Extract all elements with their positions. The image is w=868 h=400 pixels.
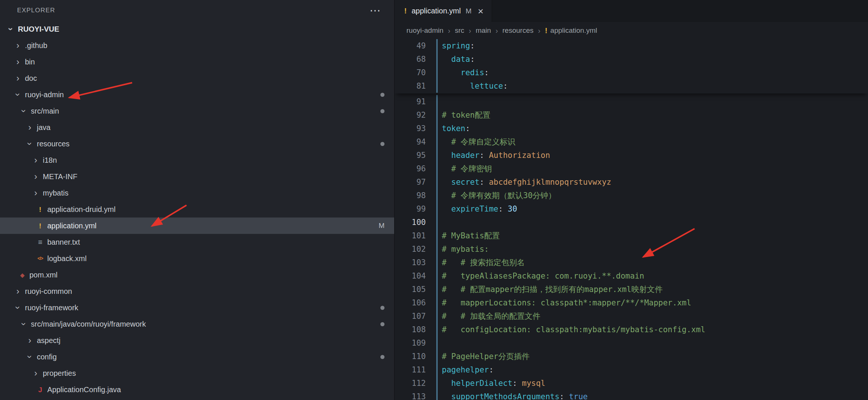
code-line-96[interactable]: 96 # 令牌密钥 — [395, 162, 868, 175]
line-number[interactable]: 109 — [395, 336, 426, 350]
breadcrumb-item-ruoyi-admin[interactable]: ruoyi-admin — [406, 26, 443, 35]
code-line-111[interactable]: 111pagehelper: — [395, 363, 868, 377]
code-line-100[interactable]: 100 — [395, 216, 868, 229]
code-line-109[interactable]: 109 — [395, 336, 868, 350]
line-number[interactable]: 93 — [395, 122, 426, 135]
tree-item-doc[interactable]: ›doc — [0, 70, 394, 86]
line-number[interactable]: 96 — [395, 162, 426, 175]
tree-item-mybatis[interactable]: ›mybatis — [0, 185, 394, 201]
line-number[interactable]: 104 — [395, 269, 426, 283]
sticky-line-81[interactable]: 81 lettuce: — [395, 79, 868, 93]
more-actions-icon[interactable]: ⋯ — [370, 5, 382, 16]
line-number[interactable]: 108 — [395, 323, 426, 336]
close-icon[interactable]: × — [478, 6, 484, 16]
code-text: # 令牌密钥 — [442, 162, 492, 175]
line-number[interactable]: 113 — [395, 390, 426, 400]
tree-item-label: doc — [25, 74, 37, 83]
code-line-102[interactable]: 102# mybatis: — [395, 242, 868, 256]
code-line-92[interactable]: 92# token配置 — [395, 108, 868, 122]
tree-item-ApplicationConfig.java[interactable]: JApplicationConfig.java — [0, 381, 394, 398]
line-number[interactable]: 99 — [395, 202, 426, 216]
tree-item-src/main[interactable]: ›src/main — [0, 103, 394, 119]
code-line-107[interactable]: 107# # 加载全局的配置文件 — [395, 309, 868, 323]
line-number[interactable]: 92 — [395, 108, 426, 122]
line-number[interactable]: 107 — [395, 309, 426, 323]
line-number[interactable]: 68 — [395, 53, 426, 66]
code-line-108[interactable]: 108# configLocation: classpath:mybatis/m… — [395, 323, 868, 336]
line-number[interactable]: 94 — [395, 135, 426, 149]
line-number[interactable]: 111 — [395, 363, 426, 377]
code-line-97[interactable]: 97 secret: abcdefghijklmnopqrstuvwxyz — [395, 175, 868, 189]
tab-application-yml[interactable]: ! application.yml M × — [395, 0, 492, 22]
breadcrumb-item-resources[interactable]: resources — [502, 26, 533, 35]
tree-item-config[interactable]: ›config — [0, 349, 394, 365]
code-line-94[interactable]: 94 # 令牌自定义标识 — [395, 135, 868, 149]
git-modified-gutter — [436, 336, 438, 350]
tree-item-label: mybatis — [43, 189, 68, 197]
code-line-113[interactable]: 113 supportMethodsArguments: true — [395, 390, 868, 400]
tree-item-properties[interactable]: ›properties — [0, 365, 394, 381]
sticky-scroll: 49spring:68 data:70 redis:81 lettuce: — [395, 39, 868, 93]
code-line-112[interactable]: 112 helperDialect: mysql — [395, 377, 868, 390]
tree-item-pom.xml[interactable]: ◆pom.xml — [0, 267, 394, 283]
line-number[interactable]: 101 — [395, 229, 426, 242]
code-text: # PageHelper分页插件 — [442, 350, 530, 363]
line-number[interactable]: 97 — [395, 175, 426, 189]
tree-item-banner.txt[interactable]: ≡banner.txt — [0, 234, 394, 250]
chevron-down-icon: › — [25, 138, 34, 149]
tree-item-application.yml[interactable]: !application.ymlM — [0, 218, 394, 234]
code-text: # MyBatis配置 — [442, 229, 500, 242]
code-text: # mybatis: — [442, 242, 489, 256]
line-number[interactable]: 100 — [395, 216, 426, 229]
line-number[interactable]: 110 — [395, 350, 426, 363]
code-text: token: — [442, 122, 470, 135]
line-number[interactable]: 70 — [395, 66, 426, 79]
code-line-93[interactable]: 93token: — [395, 122, 868, 135]
code-line-95[interactable]: 95 header: Authorization — [395, 149, 868, 162]
tree-item-aspectj[interactable]: ›aspectj — [0, 332, 394, 349]
breadcrumb-item-application.yml[interactable]: !application.yml — [545, 26, 597, 35]
tree-item-ruoyi-admin[interactable]: ›ruoyi-admin — [0, 86, 394, 103]
tree-item-java[interactable]: ›java — [0, 119, 394, 136]
code-line-99[interactable]: 99 expireTime: 30 — [395, 202, 868, 216]
code-line-106[interactable]: 106# mapperLocations: classpath*:mapper/… — [395, 296, 868, 309]
tree-item-bin[interactable]: ›bin — [0, 54, 394, 70]
java-file-icon: J — [35, 386, 46, 393]
line-number[interactable]: 95 — [395, 149, 426, 162]
chevron-down-icon: › — [19, 105, 28, 117]
tree-item-label: banner.txt — [47, 238, 80, 247]
code-line-105[interactable]: 105# # 配置mapper的扫描，找到所有的mapper.xml映射文件 — [395, 283, 868, 296]
breadcrumb-item-src[interactable]: src — [455, 26, 464, 35]
tree-item-resources[interactable]: ›resources — [0, 136, 394, 152]
breadcrumb-item-main[interactable]: main — [476, 26, 491, 35]
tree-item-ruoyi-framework[interactable]: ›ruoyi-framework — [0, 299, 394, 316]
tree-item-logback.xml[interactable]: </>logback.xml — [0, 250, 394, 267]
line-number[interactable]: 105 — [395, 283, 426, 296]
line-number[interactable]: 102 — [395, 242, 426, 256]
tree-item-application-druid.yml[interactable]: !application-druid.yml — [0, 201, 394, 218]
line-number[interactable]: 103 — [395, 256, 426, 269]
sticky-line-49[interactable]: 49spring: — [395, 39, 868, 53]
code-line-104[interactable]: 104# typeAliasesPackage: com.ruoyi.**.do… — [395, 269, 868, 283]
tree-item-.github[interactable]: ›.github — [0, 37, 394, 54]
code-line-101[interactable]: 101# MyBatis配置 — [395, 229, 868, 242]
code-line-103[interactable]: 103# # 搜索指定包别名 — [395, 256, 868, 269]
line-number[interactable]: 49 — [395, 39, 426, 53]
tree-item-i18n[interactable]: ›i18n — [0, 152, 394, 168]
line-number[interactable]: 112 — [395, 377, 426, 390]
line-number[interactable]: 81 — [395, 79, 426, 93]
tree-item-ruoyi-common[interactable]: ›ruoyi-common — [0, 283, 394, 299]
sticky-line-70[interactable]: 70 redis: — [395, 66, 868, 79]
tree-item-src/main/java/com/ruoyi/framework[interactable]: ›src/main/java/com/ruoyi/framework — [0, 316, 394, 332]
code-line-91[interactable]: 91 — [395, 95, 868, 108]
line-number[interactable]: 106 — [395, 296, 426, 309]
sticky-line-68[interactable]: 68 data: — [395, 53, 868, 66]
code-line-110[interactable]: 110# PageHelper分页插件 — [395, 350, 868, 363]
code-editor[interactable]: 49spring:68 data:70 redis:81 lettuce: 91… — [395, 39, 868, 400]
line-number[interactable]: 98 — [395, 189, 426, 202]
breadcrumb-separator: › — [495, 26, 498, 35]
tree-item-META-INF[interactable]: ›META-INF — [0, 168, 394, 185]
line-number[interactable]: 91 — [395, 95, 426, 108]
code-line-98[interactable]: 98 # 令牌有效期（默认30分钟） — [395, 189, 868, 202]
tree-root-ruoyi-vue[interactable]: › RUOYI-VUE — [0, 21, 394, 37]
